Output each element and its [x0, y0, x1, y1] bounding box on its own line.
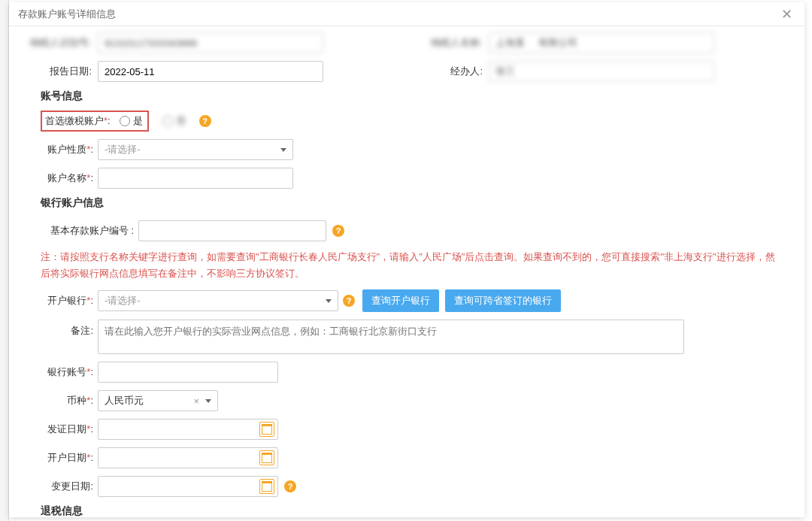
taxpayer-name-label: 纳税人名称:: [421, 36, 489, 50]
radio-icon: [162, 116, 173, 126]
issue-date-input[interactable]: [98, 419, 278, 440]
bank-no-label: 银行账号*:: [41, 365, 98, 379]
calendar-icon[interactable]: [259, 479, 274, 494]
remark-textarea[interactable]: [98, 320, 684, 354]
remark-label: 备注:: [41, 320, 98, 338]
taxpayer-id-input[interactable]: [98, 32, 323, 53]
account-nature-label: 账户性质*:: [41, 143, 98, 156]
currency-label: 币种*:: [41, 394, 98, 407]
section-bank-info: 银行账户信息: [41, 196, 783, 210]
account-name-input[interactable]: [98, 168, 293, 189]
basic-account-no-label: 基本存款账户编号 :: [41, 224, 138, 238]
preferred-yes-radio[interactable]: 是: [120, 114, 143, 128]
help-icon[interactable]: ?: [332, 225, 344, 237]
modal-dialog: 存款账户账号详细信息 ✕ 纳税人识别号: 纳税人名称: 报告日期: 经办人:: [9, 2, 804, 517]
modal-body: 纳税人识别号: 纳税人名称: 报告日期: 经办人: 账号信息 首选缴税账户*:: [9, 26, 804, 517]
handler-input[interactable]: [489, 61, 714, 82]
basic-account-no-input[interactable]: [138, 220, 326, 241]
change-date-label: 变更日期:: [41, 480, 98, 493]
modal-header: 存款账户账号详细信息 ✕: [9, 2, 804, 26]
report-date-input[interactable]: [98, 61, 323, 82]
preferred-no-radio[interactable]: 否: [162, 114, 186, 128]
account-nature-select[interactable]: -请选择-: [98, 139, 293, 160]
section-account-info: 账号信息: [41, 89, 783, 103]
close-icon[interactable]: ✕: [778, 6, 795, 23]
calendar-icon[interactable]: [259, 450, 274, 465]
open-bank-label: 开户银行*:: [41, 294, 98, 307]
issue-date-label: 发证日期*:: [41, 423, 98, 436]
open-date-label: 开户日期*:: [41, 451, 98, 465]
calendar-icon[interactable]: [259, 422, 274, 437]
bank-warning-text: 注：请按照支行名称关键字进行查询，如需要查询"工商银行长春人民广场支行"，请输入…: [41, 249, 783, 282]
bank-no-input[interactable]: [98, 362, 278, 383]
clear-icon[interactable]: ×: [193, 395, 199, 407]
change-date-input[interactable]: [98, 476, 278, 497]
account-name-label: 账户名称*:: [41, 171, 98, 185]
report-date-label: 报告日期:: [30, 65, 98, 78]
modal-title: 存款账户账号详细信息: [18, 8, 116, 21]
query-cross-province-bank-button[interactable]: 查询可跨省签订的银行: [445, 289, 561, 312]
section-refund-info: 退税信息: [41, 504, 783, 517]
radio-icon: [120, 116, 130, 126]
preferred-tax-account-highlight: 首选缴税账户*: 是: [41, 111, 149, 132]
handler-label: 经办人:: [421, 65, 489, 78]
preferred-tax-account-label: 首选缴税账户*:: [42, 114, 111, 128]
query-open-bank-button[interactable]: 查询开户银行: [362, 289, 439, 312]
open-date-input[interactable]: [98, 447, 278, 468]
help-icon[interactable]: ?: [343, 295, 355, 307]
open-bank-select[interactable]: -请选择-: [98, 290, 338, 311]
currency-select[interactable]: 人民币元 ×: [98, 390, 218, 411]
help-icon[interactable]: ?: [284, 480, 296, 492]
taxpayer-id-label: 纳税人识别号:: [30, 36, 98, 50]
help-icon[interactable]: ?: [199, 115, 211, 127]
taxpayer-name-input[interactable]: [489, 32, 714, 53]
chevron-down-icon: [205, 399, 211, 403]
